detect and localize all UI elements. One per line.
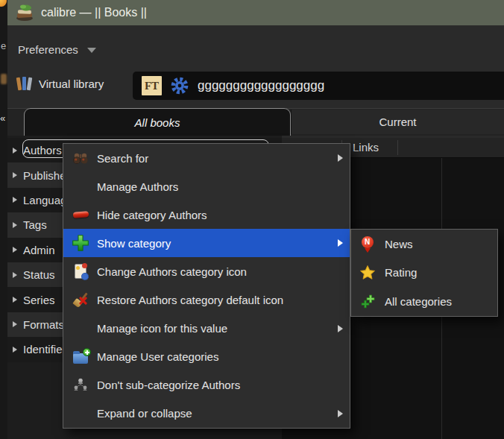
show-plus-icon [71, 233, 90, 253]
menu-item-dont-subcategorize[interactable]: Don't sub-categorize Authors [63, 371, 350, 399]
collapse-arrow-icon[interactable] [13, 222, 17, 228]
left-edge-strip: e « [0, 0, 7, 439]
collapse-arrow-icon[interactable] [13, 347, 17, 353]
preferences-button[interactable]: Preferences [18, 43, 96, 56]
preferences-label: Preferences [18, 43, 78, 56]
tab-current[interactable]: Current [291, 110, 504, 134]
menu-item-change-category-icon[interactable]: Change Authors category icon [63, 257, 350, 285]
submenu-arrow-icon [338, 239, 343, 247]
submenu-arrow-icon [338, 154, 343, 162]
ft-badge[interactable]: FT [142, 76, 162, 95]
menu-item-search-for[interactable]: Search for [63, 144, 350, 172]
search-text: gggggggggggggggggg [198, 78, 324, 93]
tab-current-label: Current [379, 116, 416, 128]
titlebar: calibre — || Books || [7, 0, 504, 25]
folder-plus-icon [71, 347, 90, 367]
calibre-window: e « calibre — || Books || Preferences Vi… [0, 0, 504, 439]
books-stack-icon [16, 76, 34, 91]
column-header-links[interactable]: Links [353, 141, 379, 154]
calibre-logo-icon [14, 4, 35, 22]
submenu-item-rating[interactable]: Rating [351, 259, 497, 288]
subcategorize-icon [71, 376, 90, 395]
hide-minus-icon [71, 205, 90, 224]
window-title: calibre — || Books || [41, 6, 147, 19]
rating-star-icon [359, 264, 377, 282]
all-categories-icon [359, 292, 377, 310]
collapse-arrow-icon[interactable] [13, 172, 17, 178]
news-icon: N [359, 235, 377, 253]
collapse-arrow-icon[interactable] [13, 272, 17, 278]
context-menu: Search for Manage Authors Hide category … [63, 143, 350, 429]
tab-all-books-label: All books [135, 116, 180, 129]
menu-item-manage-user-categories[interactable]: Manage User categories [63, 343, 350, 371]
chevron-down-icon [87, 48, 96, 53]
menu-item-hide-category[interactable]: Hide category Authors [63, 200, 350, 229]
tab-all-books[interactable]: All books [24, 108, 291, 136]
submenu-arrow-icon [338, 325, 343, 332]
submenu-arrow-icon [338, 410, 343, 417]
menu-item-restore-default-icon[interactable]: Restore Authors category default icon [63, 285, 350, 314]
restore-broom-icon [71, 291, 90, 310]
binoculars-icon [71, 148, 90, 168]
virtual-library-label: Virtual library [39, 78, 104, 90]
change-category-icon [71, 262, 90, 281]
edge-orb-icon [0, 0, 7, 7]
show-category-submenu: N News Rating All categories [350, 229, 498, 317]
menu-item-show-category[interactable]: Show category [63, 229, 350, 257]
collapse-arrow-icon[interactable] [13, 297, 17, 303]
collapse-arrow-icon[interactable] [13, 148, 17, 154]
collapse-arrow-icon[interactable] [13, 321, 17, 327]
collapse-arrow-icon[interactable] [13, 197, 17, 203]
edge-blob-icon [1, 74, 7, 84]
column-divider[interactable] [397, 140, 398, 155]
collapse-arrow-icon[interactable] [13, 247, 17, 253]
edge-letter: e [1, 40, 6, 51]
search-bar[interactable]: FT gggggggggggggggggg [133, 72, 504, 100]
menu-item-expand-or-collapse[interactable]: Expand or collapse [63, 399, 350, 428]
menu-item-manage-authors[interactable]: Manage Authors [63, 172, 350, 200]
gear-icon[interactable] [170, 76, 189, 95]
edge-chevron-icon: « [0, 113, 5, 124]
submenu-item-all-categories[interactable]: All categories [351, 287, 497, 316]
menu-item-manage-icon-for-value[interactable]: Manage icon for this value [63, 315, 350, 343]
virtual-library-button[interactable]: Virtual library [16, 76, 104, 91]
submenu-item-news[interactable]: N News [351, 230, 497, 259]
